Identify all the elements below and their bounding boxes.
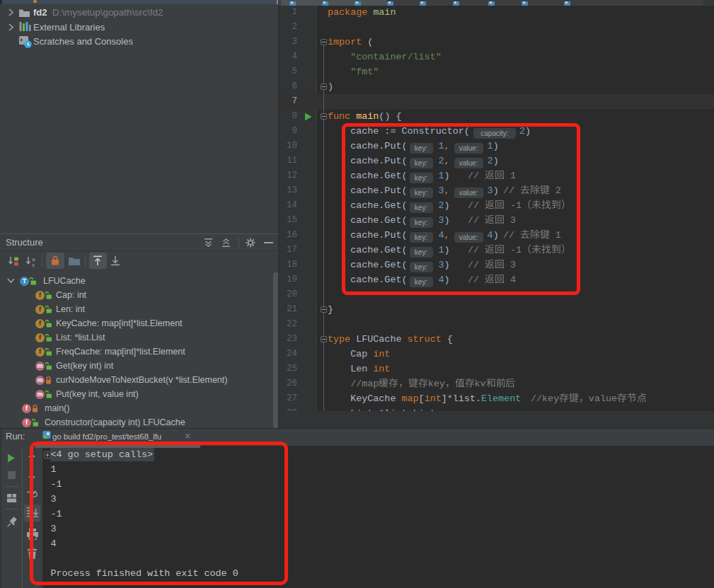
svg-text:z: z: [32, 262, 35, 267]
